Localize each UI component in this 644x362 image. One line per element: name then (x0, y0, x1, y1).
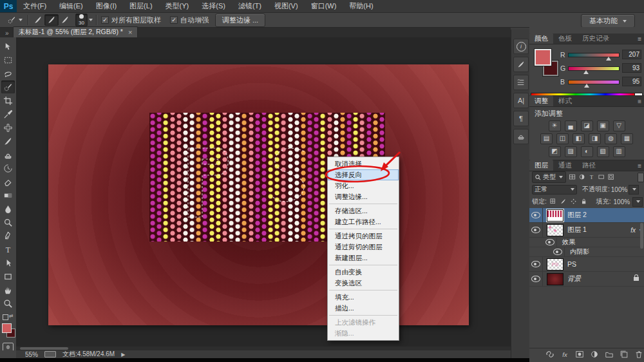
layer-mask-icon[interactable] (574, 350, 585, 359)
tab-overflow-chevrons[interactable]: » (0, 30, 13, 37)
delete-layer-icon[interactable] (634, 350, 644, 359)
dodge-tool[interactable] (1, 216, 15, 229)
layer-row-内阴影[interactable]: 内阴影 (529, 247, 644, 257)
context-menu-item-0[interactable]: 取消选择 (328, 158, 399, 169)
subtract-from-selection-brush-button[interactable] (59, 15, 71, 25)
adjustment-threshold-icon[interactable]: ◐ (581, 146, 593, 157)
adjustment-curves-icon[interactable]: ◪ (581, 120, 593, 131)
visibility-eye-icon[interactable] (531, 261, 540, 267)
lock-position-icon[interactable] (570, 198, 578, 206)
layer-thumbnail[interactable] (547, 224, 564, 236)
auto-enhance-checkbox[interactable]: ✓ 自动增强 (170, 15, 209, 25)
color-tab-颜色[interactable]: 颜色 (529, 33, 553, 44)
menu-item-2[interactable]: 图像(I) (90, 0, 123, 12)
panel-menu-icon[interactable]: ≡ (638, 98, 641, 105)
visibility-eye-icon[interactable] (545, 239, 554, 245)
gradient-tool[interactable] (1, 189, 15, 202)
layers-tab-通道[interactable]: 通道 (553, 160, 577, 171)
layer-thumbnail[interactable] (547, 209, 564, 222)
zoom-tool[interactable] (1, 297, 15, 310)
opacity-control[interactable]: 不透明度: 100% (582, 185, 639, 195)
adjustment-black-white-icon[interactable]: ◧ (573, 133, 585, 144)
eyedropper-tool[interactable] (1, 108, 15, 120)
layer-style-icon[interactable]: fx (560, 350, 570, 359)
layer-name[interactable]: 效果 (562, 238, 575, 247)
adjustment-exposure-icon[interactable]: ▣ (597, 120, 609, 131)
paragraph-panel-icon[interactable]: ¶ (513, 111, 529, 126)
adjustment-channel-mixer-icon[interactable]: ◍ (605, 133, 617, 144)
adjustments-tab-调整[interactable]: 调整 (529, 95, 553, 106)
status-expand-icon[interactable]: ▶ (121, 352, 125, 357)
canvas-viewport[interactable]: 取消选择选择反向羽化...调整边缘...存储选区...建立工作路径...通过拷贝… (16, 37, 511, 347)
swap-colors-icon[interactable]: ⇄ (9, 313, 14, 318)
default-colors-icon[interactable] (3, 314, 8, 320)
brush-presets-panel-icon[interactable] (513, 75, 529, 90)
layer-name[interactable]: 背景 (567, 274, 581, 283)
menu-item-3[interactable]: 图层(L) (123, 0, 158, 12)
visibility-eye-icon[interactable] (531, 276, 540, 282)
sample-all-layers-checkbox[interactable]: ✓ 对所有图层取样 (101, 15, 161, 25)
slider-track-R[interactable] (568, 53, 620, 57)
proxy-view-icon[interactable] (44, 351, 56, 357)
menu-item-5[interactable]: 选择(S) (195, 0, 232, 12)
layer-thumbnail[interactable] (547, 273, 564, 285)
menu-item-7[interactable]: 视图(V) (268, 0, 305, 12)
menu-item-4[interactable]: 类型(Y) (159, 0, 196, 12)
layer-name[interactable]: 图层 1 (567, 225, 587, 234)
type-tool[interactable]: T (1, 243, 15, 256)
adjustment-layers-filter-icon[interactable] (578, 173, 586, 182)
color-tab-历史记录[interactable]: 历史记录 (577, 33, 614, 44)
slider-thumb-B[interactable] (584, 84, 589, 88)
lock-all-icon[interactable] (580, 198, 589, 206)
eye-cell[interactable] (551, 247, 565, 256)
menu-item-0[interactable]: 文件(F) (17, 0, 53, 12)
tool-preset-picker[interactable] (5, 15, 24, 25)
refine-edge-button[interactable]: 调整边缘 ... (215, 14, 265, 27)
context-menu-item-11[interactable]: 填充... (328, 292, 399, 303)
link-layers-icon[interactable] (545, 350, 555, 359)
adjustment-invert-icon[interactable]: ◩ (549, 146, 561, 157)
adjustment-color-lookup-icon[interactable]: ▦ (621, 133, 633, 144)
visibility-eye-icon[interactable] (553, 249, 562, 255)
layer-name[interactable]: 内阴影 (570, 247, 589, 256)
layer-row-效果[interactable]: 效果 (529, 238, 644, 247)
adjustment-brightness-contrast-icon[interactable]: ☀ (549, 120, 561, 131)
rectangle-tool[interactable] (1, 270, 15, 283)
filter-toggle-switch[interactable] (638, 173, 644, 182)
eye-cell[interactable] (529, 223, 543, 237)
pixel-layers-filter-icon[interactable] (568, 173, 576, 182)
path-selection-tool[interactable] (1, 256, 15, 269)
adjustment-color-balance-icon[interactable]: ◫ (556, 133, 569, 144)
crop-tool[interactable] (1, 94, 15, 107)
eye-cell[interactable] (544, 238, 557, 247)
menu-item-6[interactable]: 滤镜(T) (232, 0, 268, 12)
clone-stamp-tool[interactable] (1, 148, 15, 161)
add-to-selection-brush-button[interactable] (44, 14, 59, 26)
brush-size-picker[interactable]: 30 (75, 14, 88, 26)
workspace-switcher-button[interactable]: 基本功能 (581, 14, 635, 28)
pen-tool[interactable] (1, 229, 15, 242)
lock-transparent-icon[interactable] (549, 198, 558, 206)
context-menu-item-12[interactable]: 描边... (328, 303, 399, 314)
slider-track-B[interactable] (568, 80, 620, 84)
document-tab[interactable]: 未标题-1 @ 55% (图层 2, RGB/8) * × (13, 26, 138, 37)
layer-name[interactable]: 图层 2 (567, 211, 587, 220)
layer-filter-type-select[interactable]: 类型 (532, 171, 566, 183)
context-menu-item-1[interactable]: 选择反向 (328, 169, 399, 180)
lock-pixels-icon[interactable] (560, 198, 568, 206)
adjustment-gradient-map-icon[interactable]: ▥ (613, 146, 625, 157)
foreground-color-swatch-tool[interactable] (2, 323, 12, 333)
layer-row-背景[interactable]: 背景 (529, 272, 644, 287)
slider-track-G[interactable] (568, 66, 620, 71)
slider-value-G[interactable]: 93 (622, 63, 641, 73)
eye-cell[interactable] (529, 257, 543, 271)
type-layers-filter-icon[interactable]: T (587, 173, 596, 182)
layer-row-PS[interactable]: PSPS (529, 257, 644, 272)
adjustment-photo-filter-icon[interactable]: ◨ (589, 133, 601, 144)
visibility-eye-icon[interactable] (531, 227, 540, 233)
layers-scrollbar-thumb[interactable] (640, 223, 643, 249)
adjustment-posterize-icon[interactable]: ▨ (565, 146, 577, 157)
eye-cell[interactable] (529, 208, 543, 222)
adjustment-vibrance-icon[interactable]: ▽ (613, 120, 625, 131)
layers-tab-图层[interactable]: 图层 (529, 160, 553, 171)
